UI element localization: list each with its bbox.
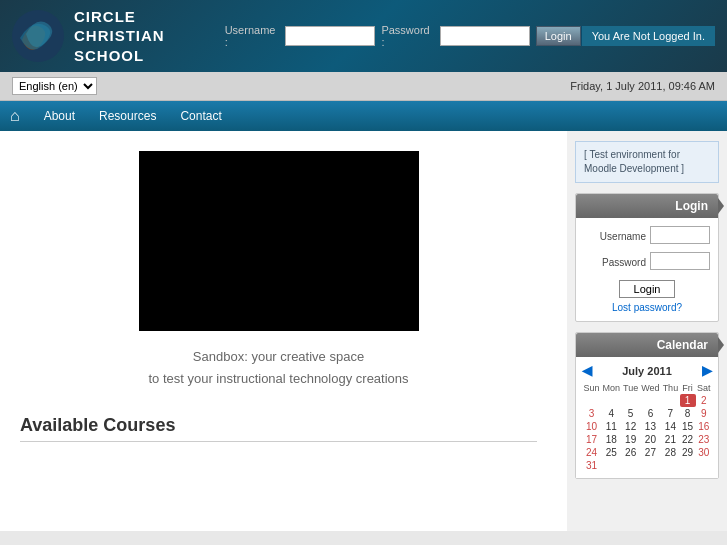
cal-day <box>661 394 679 407</box>
cal-th-thu: Thu <box>661 382 679 394</box>
navigation-bar: ⌂ About Resources Contact <box>0 101 727 131</box>
sb-password-input[interactable] <box>650 252 710 270</box>
login-block: Login Username Password Login Lost passw… <box>575 193 719 322</box>
cal-day <box>680 459 696 472</box>
calendar-block-header: Calendar <box>576 333 718 357</box>
cal-day <box>661 459 679 472</box>
cal-day <box>601 459 622 472</box>
cal-day[interactable]: 20 <box>640 433 661 446</box>
main-content: Sandbox: your creative space to test you… <box>0 131 727 531</box>
password-label: Password : <box>381 24 433 48</box>
sb-password-label: Password <box>602 257 646 268</box>
cal-day[interactable]: 27 <box>640 446 661 459</box>
cal-week-row: 10111213141516 <box>582 420 712 433</box>
sb-username-row: Username <box>584 226 710 248</box>
sandbox-description: Sandbox: your creative space to test you… <box>20 346 537 390</box>
cal-day[interactable]: 30 <box>696 446 712 459</box>
nav-resources[interactable]: Resources <box>87 104 168 128</box>
content-area: Sandbox: your creative space to test you… <box>0 131 567 531</box>
cal-th-mon: Mon <box>601 382 622 394</box>
header-login-area: Username : Password : Login <box>165 24 581 48</box>
calendar-body: ◀ July 2011 ▶ Sun Mon Tue Wed Thu Fri Sa <box>576 357 718 478</box>
nav-about[interactable]: About <box>32 104 87 128</box>
cal-prev-arrow[interactable]: ◀ <box>582 363 592 378</box>
test-env-notice: [ Test environment for Moodle Developmen… <box>575 141 719 183</box>
cal-th-wed: Wed <box>640 382 661 394</box>
cal-day <box>622 394 640 407</box>
cal-day[interactable]: 28 <box>661 446 679 459</box>
cal-day[interactable]: 12 <box>622 420 640 433</box>
cal-day[interactable]: 4 <box>601 407 622 420</box>
cal-day[interactable]: 24 <box>582 446 601 459</box>
cal-day[interactable]: 5 <box>622 407 640 420</box>
cal-day[interactable]: 1 <box>680 394 696 407</box>
login-block-body: Username Password Login Lost password? <box>576 218 718 321</box>
available-courses-heading: Available Courses <box>20 415 537 442</box>
cal-day[interactable]: 31 <box>582 459 601 472</box>
not-logged-status: You Are Not Logged In. <box>581 26 715 46</box>
cal-day[interactable]: 25 <box>601 446 622 459</box>
calendar-table: Sun Mon Tue Wed Thu Fri Sat 123456789101… <box>582 382 712 472</box>
cal-day[interactable]: 11 <box>601 420 622 433</box>
cal-day[interactable]: 19 <box>622 433 640 446</box>
calendar-weeks: 1234567891011121314151617181920212223242… <box>582 394 712 472</box>
cal-day[interactable]: 14 <box>661 420 679 433</box>
cal-day[interactable]: 23 <box>696 433 712 446</box>
cal-day[interactable]: 18 <box>601 433 622 446</box>
cal-day[interactable]: 15 <box>680 420 696 433</box>
sb-username-label: Username <box>600 231 646 242</box>
cal-day[interactable]: 10 <box>582 420 601 433</box>
cal-th-tue: Tue <box>622 382 640 394</box>
cal-day[interactable]: 26 <box>622 446 640 459</box>
cal-next-arrow[interactable]: ▶ <box>702 363 712 378</box>
cal-day[interactable]: 22 <box>680 433 696 446</box>
cal-header-row: Sun Mon Tue Wed Thu Fri Sat <box>582 382 712 394</box>
sb-password-row: Password <box>584 252 710 274</box>
calendar-block: Calendar ◀ July 2011 ▶ Sun Mon Tue Wed T… <box>575 332 719 479</box>
cal-day[interactable]: 13 <box>640 420 661 433</box>
cal-week-row: 17181920212223 <box>582 433 712 446</box>
login-block-header: Login <box>576 194 718 218</box>
logo-icon <box>12 10 64 62</box>
home-icon[interactable]: ⌂ <box>10 107 20 125</box>
date-display: Friday, 1 July 2011, 09:46 AM <box>570 80 715 92</box>
username-label: Username : <box>225 24 280 48</box>
username-input[interactable] <box>285 26 375 46</box>
cal-day[interactable]: 6 <box>640 407 661 420</box>
cal-week-row: 31 <box>582 459 712 472</box>
cal-day[interactable]: 29 <box>680 446 696 459</box>
sidebar: [ Test environment for Moodle Developmen… <box>567 131 727 531</box>
cal-day[interactable]: 3 <box>582 407 601 420</box>
cal-week-row: 24252627282930 <box>582 446 712 459</box>
cal-day[interactable]: 2 <box>696 394 712 407</box>
cal-day[interactable]: 7 <box>661 407 679 420</box>
cal-day[interactable]: 17 <box>582 433 601 446</box>
logo-text: Circle Christian School <box>74 7 165 66</box>
logo-area: Circle Christian School <box>12 7 165 66</box>
language-selector[interactable]: English (en) <box>12 77 97 95</box>
nav-contact[interactable]: Contact <box>168 104 233 128</box>
cal-day[interactable]: 21 <box>661 433 679 446</box>
cal-day[interactable]: 16 <box>696 420 712 433</box>
cal-day[interactable]: 9 <box>696 407 712 420</box>
cal-day <box>582 394 601 407</box>
sb-login-button[interactable]: Login <box>619 280 676 298</box>
sb-username-input[interactable] <box>650 226 710 244</box>
cal-day[interactable]: 8 <box>680 407 696 420</box>
cal-day <box>696 459 712 472</box>
cal-th-fri: Fri <box>680 382 696 394</box>
language-bar: English (en) Friday, 1 July 2011, 09:46 … <box>0 72 727 101</box>
video-placeholder <box>139 151 419 331</box>
sb-forgot-password[interactable]: Lost password? <box>584 302 710 313</box>
password-input[interactable] <box>440 26 530 46</box>
calendar-title: July 2011 <box>622 365 672 377</box>
cal-day <box>640 459 661 472</box>
cal-th-sat: Sat <box>696 382 712 394</box>
cal-day <box>640 394 661 407</box>
site-header: Circle Christian School Username : Passw… <box>0 0 727 72</box>
cal-week-row: 12 <box>582 394 712 407</box>
header-login-button[interactable]: Login <box>536 26 581 46</box>
calendar-nav: ◀ July 2011 ▶ <box>582 363 712 378</box>
cal-th-sun: Sun <box>582 382 601 394</box>
cal-day <box>622 459 640 472</box>
